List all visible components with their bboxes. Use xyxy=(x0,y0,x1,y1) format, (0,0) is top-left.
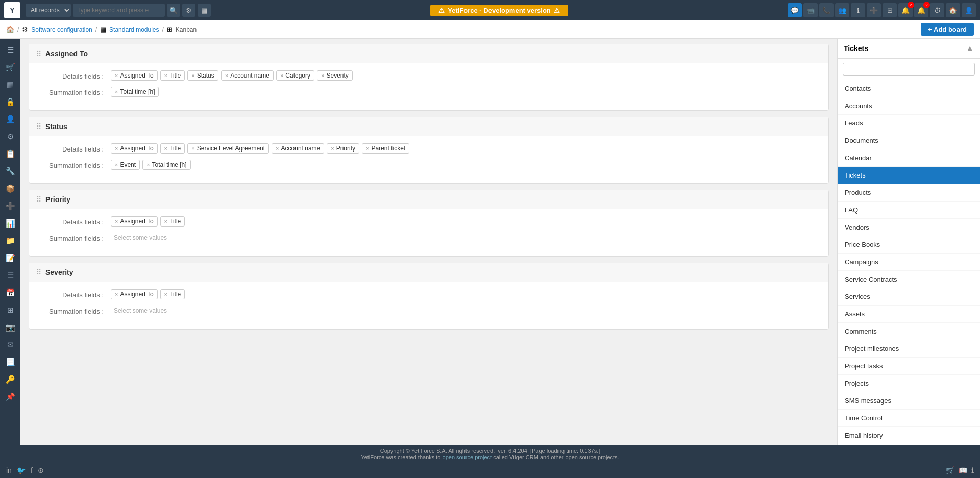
field-tag[interactable]: × Category xyxy=(276,70,314,81)
field-tag[interactable]: × Priority xyxy=(327,143,359,154)
field-tag[interactable]: × Parent ticket xyxy=(362,143,409,154)
panel-item-contacts[interactable]: Contacts xyxy=(838,80,980,97)
sidebar-icon-mail[interactable]: ✉ xyxy=(1,337,19,353)
sidebar-icon-key[interactable]: 🔑 xyxy=(1,371,19,388)
tag-remove-icon[interactable]: × xyxy=(115,162,118,168)
tag-remove-icon[interactable]: × xyxy=(331,145,334,152)
grid-icon-btn[interactable]: ▦ xyxy=(198,4,211,17)
search-button[interactable]: 🔍 xyxy=(167,4,180,17)
tag-remove-icon[interactable]: × xyxy=(115,291,118,297)
right-panel-close[interactable]: ▲ xyxy=(966,44,974,53)
tag-remove-icon[interactable]: × xyxy=(366,145,369,152)
footer-oss-link[interactable]: open source project xyxy=(443,454,492,460)
summation-tag[interactable]: × Total time [h] xyxy=(111,87,159,97)
apps-icon-btn[interactable]: ⊞ xyxy=(883,3,897,17)
sidebar-icon-wrench[interactable]: 🔧 xyxy=(1,163,19,180)
tag-remove-icon[interactable]: × xyxy=(115,89,118,95)
field-tag[interactable]: × Assigned To xyxy=(111,143,158,154)
panel-item-assets[interactable]: Assets xyxy=(838,306,980,323)
sidebar-icon-edit[interactable]: 📝 xyxy=(1,250,19,266)
panel-item-sms-messages[interactable]: SMS messages xyxy=(838,392,980,410)
tag-remove-icon[interactable]: × xyxy=(164,291,167,297)
field-tag[interactable]: × Title xyxy=(160,216,185,227)
panel-item-accounts[interactable]: Accounts xyxy=(838,97,980,115)
record-type-select[interactable]: All records xyxy=(26,4,71,17)
home-icon-btn[interactable]: 🏠 xyxy=(946,3,960,17)
panel-item-email-history[interactable]: Email history xyxy=(838,427,980,444)
drag-handle[interactable]: ⠿ xyxy=(36,268,41,276)
panel-item-project-milestones[interactable]: Project milestones xyxy=(838,340,980,358)
summation-tag[interactable]: × Total time [h] xyxy=(142,160,190,170)
field-tag[interactable]: × Account name xyxy=(221,70,274,81)
sidebar-icon-cart[interactable]: 🛒 xyxy=(1,59,19,76)
add-board-button[interactable]: + Add board xyxy=(921,23,974,36)
panel-item-time-control[interactable]: Time Control xyxy=(838,410,980,427)
linkedin-icon[interactable]: in xyxy=(6,466,12,474)
tag-remove-icon[interactable]: × xyxy=(164,145,167,152)
github-icon[interactable]: ⊛ xyxy=(38,466,44,474)
users-icon-btn[interactable]: 👥 xyxy=(835,3,849,17)
field-tag[interactable]: × Service Level Agreement xyxy=(187,143,269,154)
sidebar-icon-camera[interactable]: 📷 xyxy=(1,319,19,336)
field-tag[interactable]: × Title xyxy=(160,289,185,299)
right-panel-search-input[interactable] xyxy=(843,63,975,76)
tag-remove-icon[interactable]: × xyxy=(115,218,118,224)
tag-remove-icon[interactable]: × xyxy=(191,145,194,152)
field-tag[interactable]: × Assigned To xyxy=(111,289,158,299)
drag-handle[interactable]: ⠿ xyxy=(36,122,41,131)
tag-remove-icon[interactable]: × xyxy=(191,72,194,79)
tag-remove-icon[interactable]: × xyxy=(115,145,118,152)
panel-item-comments[interactable]: Comments xyxy=(838,323,980,340)
sidebar-icon-grid[interactable]: ▦ xyxy=(1,77,19,93)
search-input[interactable] xyxy=(73,4,165,17)
panel-item-tickets[interactable]: Tickets xyxy=(838,167,980,184)
bell2-icon-btn[interactable]: 🔔2 xyxy=(914,3,928,17)
sidebar-icon-app[interactable]: ⊞ xyxy=(1,302,19,318)
cart-bottom-icon[interactable]: 🛒 xyxy=(946,466,954,474)
twitter-icon[interactable]: 🐦 xyxy=(17,466,26,474)
dial-icon-btn[interactable]: 📞 xyxy=(819,3,834,17)
panel-item-campaigns[interactable]: Campaigns xyxy=(838,254,980,271)
facebook-icon[interactable]: f xyxy=(31,466,33,474)
panel-item-price-books[interactable]: Price Books xyxy=(838,236,980,254)
field-tag[interactable]: × Assigned To xyxy=(111,70,158,81)
panel-item-products[interactable]: Products xyxy=(838,184,980,202)
summation-tag[interactable]: × Event xyxy=(111,160,140,170)
history-icon-btn[interactable]: ⏱ xyxy=(930,3,944,17)
sidebar-icon-calendar[interactable]: 📅 xyxy=(1,285,19,301)
video-icon-btn[interactable]: 📹 xyxy=(803,3,818,17)
field-tag[interactable]: × Title xyxy=(160,143,185,154)
field-tag[interactable]: × Severity xyxy=(317,70,353,81)
tag-remove-icon[interactable]: × xyxy=(280,72,283,79)
tag-remove-icon[interactable]: × xyxy=(225,72,228,79)
drag-handle[interactable]: ⠿ xyxy=(36,49,41,58)
sidebar-icon-list[interactable]: ☰ xyxy=(1,267,19,284)
tag-remove-icon[interactable]: × xyxy=(164,72,167,79)
sidebar-icon-pin[interactable]: 📌 xyxy=(1,389,19,405)
bell-icon-btn[interactable]: 🔔2 xyxy=(898,3,913,17)
drag-handle[interactable]: ⠿ xyxy=(36,195,41,204)
user-icon-btn[interactable]: 👤 xyxy=(962,3,976,17)
sidebar-icon-lock[interactable]: 🔒 xyxy=(1,94,19,110)
plus-icon-btn[interactable]: ➕ xyxy=(867,3,881,17)
field-tag[interactable]: × Assigned To xyxy=(111,216,158,227)
sidebar-icon-clipboard[interactable]: 📋 xyxy=(1,146,19,162)
info-bottom-icon[interactable]: ℹ xyxy=(971,466,974,474)
panel-item-calendar[interactable]: Calendar xyxy=(838,149,980,167)
sidebar-icon-gear[interactable]: ⚙ xyxy=(1,129,19,145)
sidebar-icon-box[interactable]: 📦 xyxy=(1,181,19,197)
field-tag[interactable]: × Status xyxy=(187,70,218,81)
home-icon[interactable]: 🏠 xyxy=(6,26,14,33)
settings-icon-btn[interactable]: ⚙ xyxy=(182,4,195,17)
sidebar-icon-chart[interactable]: 📊 xyxy=(1,215,19,232)
sidebar-icon-folder[interactable]: 📁 xyxy=(1,233,19,249)
tag-remove-icon[interactable]: × xyxy=(321,72,324,79)
book-bottom-icon[interactable]: 📖 xyxy=(959,466,967,474)
panel-item-documents[interactable]: Documents xyxy=(838,132,980,149)
sidebar-icon-menu[interactable]: ☰ xyxy=(1,42,19,58)
tag-remove-icon[interactable]: × xyxy=(276,145,279,152)
chat-icon-btn[interactable]: 💬 xyxy=(788,3,802,17)
info-icon-btn[interactable]: ℹ xyxy=(851,3,865,17)
summation-placeholder[interactable]: Select some values xyxy=(111,306,170,316)
breadcrumb-software-config[interactable]: Software configuration xyxy=(31,26,92,33)
